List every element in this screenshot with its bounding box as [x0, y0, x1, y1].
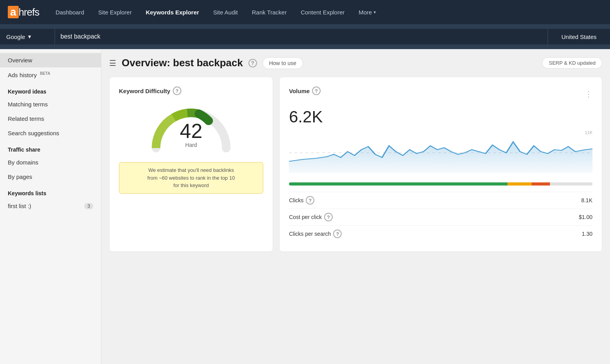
clicks-label: Clicks ? — [289, 196, 314, 205]
gauge-value: 42 Hard — [180, 121, 202, 148]
overview-header: ☰ Overview: best backpack ? How to use S… — [109, 57, 602, 69]
how-to-use-button[interactable]: How to use — [262, 57, 303, 69]
search-input[interactable] — [60, 33, 542, 40]
nav-dashboard[interactable]: Dashboard — [50, 0, 89, 24]
chart-max-label: 11K — [585, 130, 592, 135]
help-icon[interactable]: ? — [248, 59, 257, 67]
kd-help-icon[interactable]: ? — [173, 87, 181, 95]
list-count-badge: 3 — [84, 203, 93, 209]
cps-help-icon[interactable]: ? — [333, 230, 342, 238]
progress-noclick — [532, 182, 550, 186]
nav-site-explorer[interactable]: Site Explorer — [93, 0, 137, 24]
more-options-icon[interactable]: ⋮ — [585, 90, 592, 98]
sidebar-item-related-terms[interactable]: Related terms — [0, 111, 101, 126]
sidebar-item-ads-history[interactable]: Ads history BETA — [0, 67, 101, 82]
clicks-value: 8.1K — [581, 197, 592, 203]
nav-more[interactable]: More ▾ — [353, 0, 381, 24]
chevron-down-icon: ▾ — [28, 33, 31, 40]
gauge-container: 42 Hard — [119, 101, 263, 156]
sidebar-item-by-pages[interactable]: By pages — [0, 170, 101, 184]
cards-row: Keyword Difficulty ? — [109, 77, 602, 252]
search-input-wrapper — [55, 29, 548, 44]
top-nav: a hrefs Dashboard Site Explorer Keywords… — [0, 0, 610, 24]
nav-rank-tracker[interactable]: Rank Tracker — [246, 0, 292, 24]
kd-card: Keyword Difficulty ? — [109, 77, 273, 252]
nav-content-explorer[interactable]: Content Explorer — [295, 0, 350, 24]
cpc-metric-row: Cost per click ? $1.00 — [289, 209, 592, 225]
kd-card-title: Keyword Difficulty ? — [119, 87, 263, 95]
cps-label: Clicks per search ? — [289, 230, 342, 238]
kd-tooltip: We estimate that you'll need backlinks f… — [119, 162, 263, 194]
cps-value: 1.30 — [582, 231, 592, 237]
search-bar: Google ▾ United States — [0, 24, 610, 49]
volume-card-title: Volume ? — [289, 87, 321, 95]
volume-card-header: Volume ? ⋮ — [289, 87, 592, 101]
serp-kd-updated-button[interactable]: SERP & KD updated — [542, 57, 602, 69]
cpc-help-icon[interactable]: ? — [324, 213, 333, 221]
beta-badge: BETA — [40, 71, 50, 76]
nav-site-audit[interactable]: Site Audit — [207, 0, 243, 24]
volume-value: 6.2K — [289, 108, 592, 126]
logo[interactable]: a hrefs — [8, 6, 39, 18]
chevron-down-icon: ▾ — [374, 10, 376, 15]
cps-metric-row: Clicks per search ? 1.30 — [289, 225, 592, 242]
clicks-metric-row: Clicks ? 8.1K — [289, 192, 592, 209]
nav-keywords-explorer[interactable]: Keywords Explorer — [140, 0, 205, 24]
cpc-value: $1.00 — [579, 214, 592, 220]
hamburger-icon[interactable]: ☰ — [109, 58, 116, 68]
logo-text: hrefs — [19, 6, 39, 18]
sidebar-item-first-list[interactable]: first list :) 3 — [0, 199, 101, 213]
volume-help-icon[interactable]: ? — [312, 87, 321, 95]
clicks-help-icon[interactable]: ? — [306, 196, 314, 205]
cpc-label: Cost per click ? — [289, 213, 333, 221]
progress-remaining — [550, 182, 592, 186]
country-selector[interactable]: United States — [548, 29, 610, 44]
sidebar-section-traffic-share: Traffic share — [0, 140, 101, 155]
sidebar-item-overview[interactable]: Overview — [0, 53, 101, 67]
volume-chart: 11K — [289, 130, 592, 177]
sidebar-item-matching-terms[interactable]: Matching terms — [0, 97, 101, 111]
sidebar-item-search-suggestions[interactable]: Search suggestions — [0, 126, 101, 140]
logo-a-letter: a — [8, 6, 19, 18]
page-title: Overview: best backpack — [122, 57, 243, 69]
progress-organic — [289, 182, 507, 186]
clicks-distribution-bar — [289, 182, 592, 186]
sidebar: Overview Ads history BETA Keyword ideas … — [0, 49, 101, 364]
sidebar-item-by-domains[interactable]: By domains — [0, 155, 101, 170]
content-area: ☰ Overview: best backpack ? How to use S… — [101, 49, 610, 364]
sidebar-section-keyword-ideas: Keyword ideas — [0, 82, 101, 97]
volume-chart-svg — [289, 130, 592, 173]
engine-selector[interactable]: Google ▾ — [0, 29, 55, 44]
volume-card: Volume ? ⋮ 6.2K 11K — [279, 77, 602, 252]
main-layout: Overview Ads history BETA Keyword ideas … — [0, 49, 610, 364]
progress-paid — [507, 182, 532, 186]
sidebar-section-keywords-lists: Keywords lists — [0, 184, 101, 199]
